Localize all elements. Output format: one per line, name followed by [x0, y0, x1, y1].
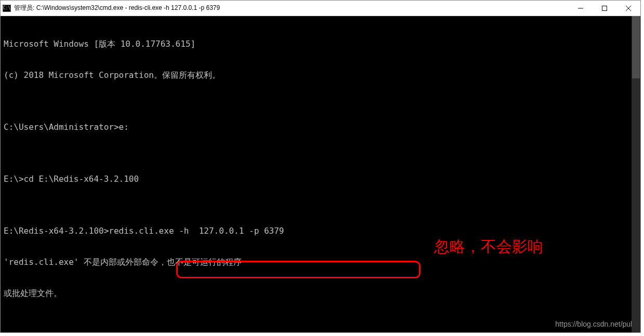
scrollbar-thumb[interactable]: [632, 16, 640, 78]
cmd-window: C:\ 管理员: C:\Windows\system32\cmd.exe - r…: [0, 0, 641, 333]
annotation-label: 忽略，不会影响: [434, 241, 543, 252]
vertical-scrollbar[interactable]: [632, 16, 640, 332]
titlebar[interactable]: C:\ 管理员: C:\Windows\system32\cmd.exe - r…: [1, 1, 640, 16]
terminal-line: 'redis.cli.exe' 不是内部或外部命令，也不是可运行的程序: [4, 257, 637, 267]
minimize-icon: [578, 6, 583, 11]
terminal-line: 或批处理文件。: [4, 288, 637, 299]
window-controls: [569, 1, 640, 16]
terminal-output[interactable]: Microsoft Windows [版本 10.0.17763.615] (c…: [1, 16, 640, 332]
watermark-text: https://blog.csdn.net/publ: [555, 319, 636, 329]
terminal-line: (c) 2018 Microsoft Corporation。保留所有权利。: [4, 70, 637, 80]
maximize-button[interactable]: [593, 1, 616, 16]
terminal-line: E:\Redis-x64-3.2.100>redis.cli.exe -h 12…: [4, 226, 637, 236]
maximize-icon: [602, 6, 607, 11]
window-title: 管理员: C:\Windows\system32\cmd.exe - redis…: [14, 4, 638, 12]
close-icon: [626, 6, 631, 11]
terminal-line: C:\Users\Administrator>e:: [4, 122, 637, 132]
terminal-line: Microsoft Windows [版本 10.0.17763.615]: [4, 39, 637, 49]
cmd-icon: C:\: [3, 5, 11, 12]
close-button[interactable]: [616, 1, 640, 16]
svg-rect-1: [602, 6, 607, 11]
minimize-button[interactable]: [569, 1, 593, 16]
terminal-line: E:\>cd E:\Redis-x64-3.2.100: [4, 174, 637, 184]
